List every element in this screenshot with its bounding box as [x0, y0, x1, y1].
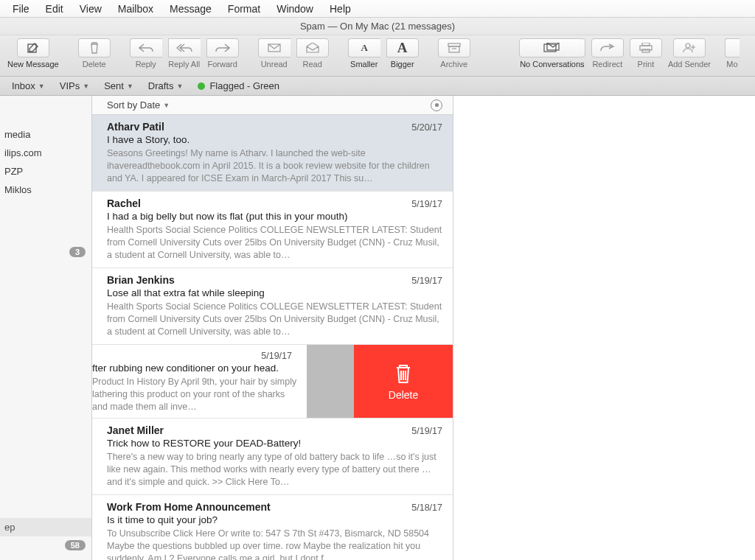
- message-subject: I have a Story, too.: [107, 134, 442, 145]
- message-row[interactable]: Atharv Patil 5/20/17 I have a Story, too…: [92, 115, 453, 192]
- forward-button[interactable]: Forward: [203, 38, 242, 69]
- archive-icon: [438, 38, 470, 57]
- menu-help[interactable]: Help: [321, 3, 359, 15]
- unread-button[interactable]: Unread: [255, 38, 293, 69]
- message-subject: Trick how to RESTORE your DEAD-Battery!: [107, 438, 442, 449]
- print-icon: [630, 38, 662, 57]
- smaller-button[interactable]: A Smaller: [345, 38, 383, 69]
- message-row[interactable]: Work From Home Announcement 5/18/17 Is i…: [92, 495, 453, 560]
- redirect-button[interactable]: Redirect: [588, 38, 627, 69]
- menubar: File Edit View Mailbox Message Format Wi…: [0, 0, 755, 18]
- message-row-content: 5/19/17 fter rubbing new conditioner on …: [92, 345, 307, 418]
- reply-all-label: Reply All: [168, 60, 200, 69]
- toolbar: New Message Delete Reply Reply All Forwa…: [0, 35, 755, 77]
- sidebar-item[interactable]: Miklos: [0, 181, 91, 199]
- fav-sent[interactable]: Sent ▼: [97, 80, 141, 91]
- read-button[interactable]: Read: [293, 38, 332, 69]
- sidebar-drafts-badge-row[interactable]: 3: [0, 243, 91, 261]
- swipe-more-action[interactable]: [307, 345, 354, 418]
- print-button[interactable]: Print: [627, 38, 665, 69]
- message-list: Sort by Date ▼ Atharv Patil 5/20/17 I ha…: [92, 96, 453, 560]
- menu-mailbox[interactable]: Mailbox: [110, 3, 161, 15]
- no-conversations-button[interactable]: No Conversations: [516, 38, 588, 69]
- sidebar-item[interactable]: ilips.com: [0, 144, 91, 162]
- sidebar-item[interactable]: PZP: [0, 162, 91, 181]
- trash-icon: [78, 38, 111, 57]
- fav-drafts[interactable]: Drafts ▼: [141, 80, 191, 91]
- message-subject: fter rubbing new conditioner on your hea…: [92, 363, 299, 374]
- sidebar: media ilips.com PZP Miklos 3 ep 58: [0, 96, 92, 560]
- reply-button[interactable]: Reply: [127, 38, 165, 69]
- forward-label: Forward: [208, 60, 237, 69]
- menu-message[interactable]: Message: [161, 3, 220, 15]
- sort-bar[interactable]: Sort by Date ▼: [92, 96, 453, 115]
- trash-icon: [394, 363, 413, 385]
- redirect-label: Redirect: [592, 60, 622, 69]
- sidebar-item[interactable]: media: [0, 125, 91, 144]
- redirect-icon: [591, 38, 624, 57]
- sort-label: Sort by Date: [107, 99, 160, 111]
- font-bigger-icon: A: [386, 38, 419, 57]
- reply-icon: [130, 38, 162, 57]
- forward-icon: [206, 38, 239, 57]
- menu-window[interactable]: Window: [268, 3, 321, 15]
- delete-button[interactable]: Delete: [75, 38, 114, 69]
- envelope-closed-icon: [258, 38, 290, 57]
- sidebar-item-selected[interactable]: ep: [0, 518, 91, 536]
- read-label: Read: [303, 60, 322, 69]
- message-date: 5/19/17: [261, 351, 292, 361]
- menu-view[interactable]: View: [72, 3, 110, 15]
- svg-rect-9: [642, 49, 650, 52]
- chevron-down-icon: ▼: [127, 83, 133, 90]
- menu-format[interactable]: Format: [220, 3, 268, 15]
- message-date: 5/19/17: [411, 426, 442, 436]
- fav-sent-label: Sent: [104, 80, 124, 91]
- sidebar-item-label: ep: [4, 522, 15, 533]
- archive-label: Archive: [440, 60, 467, 69]
- window-title: Spam — On My Mac (21 messages): [0, 18, 755, 35]
- fav-flagged-green[interactable]: Flagged - Green: [190, 80, 287, 91]
- fav-flagged-green-label: Flagged - Green: [209, 80, 279, 91]
- more-button-cut[interactable]: Mo: [714, 38, 751, 69]
- message-row[interactable]: Brian Jenkins 5/19/17 Lose all that extr…: [92, 268, 453, 345]
- menu-file[interactable]: File: [4, 3, 38, 15]
- print-label: Print: [638, 60, 655, 69]
- favorites-bar: Inbox ▼ VIPs ▼ Sent ▼ Drafts ▼ Flagged -…: [0, 77, 755, 96]
- message-sender: Brian Jenkins: [107, 274, 175, 286]
- bigger-label: Bigger: [391, 60, 414, 69]
- message-sender: Work From Home Announcement: [107, 501, 271, 513]
- main-area: media ilips.com PZP Miklos 3 ep 58 Sort …: [0, 96, 755, 560]
- message-preview: There's a new way to bring nearly any ty…: [107, 451, 442, 488]
- smaller-label: Smaller: [350, 60, 378, 69]
- bigger-button[interactable]: A Bigger: [383, 38, 422, 69]
- message-row[interactable]: Rachel 5/19/17 I had a big belly but now…: [92, 192, 453, 268]
- archive-button[interactable]: Archive: [435, 38, 473, 69]
- message-subject: I had a big belly but now its flat (put …: [107, 211, 442, 222]
- reply-all-button[interactable]: Reply All: [165, 38, 203, 69]
- unread-filter-icon[interactable]: [431, 99, 442, 111]
- more-label: Mo: [726, 60, 737, 69]
- sidebar-item-bottom[interactable]: 58: [0, 536, 91, 554]
- fav-vips-label: VIPs: [60, 80, 80, 91]
- message-date: 5/20/17: [411, 122, 442, 133]
- message-row[interactable]: Janet Miller 5/19/17 Trick how to RESTOR…: [92, 419, 453, 495]
- menu-edit[interactable]: Edit: [38, 3, 72, 15]
- envelope-open-icon: [296, 38, 329, 57]
- message-subject: Is it time to quit your job?: [107, 514, 442, 525]
- chevron-down-icon: ▼: [38, 83, 45, 90]
- fav-inbox[interactable]: Inbox ▼: [4, 80, 52, 91]
- message-date: 5/19/17: [411, 276, 442, 286]
- fav-inbox-label: Inbox: [12, 80, 35, 91]
- new-message-label: New Message: [7, 60, 59, 69]
- swipe-delete-action[interactable]: Delete: [354, 345, 453, 418]
- message-row-swiped[interactable]: 5/19/17 fter rubbing new conditioner on …: [92, 345, 453, 419]
- new-message-button[interactable]: New Message: [4, 38, 62, 69]
- message-sender: Janet Miller: [107, 424, 164, 436]
- message-sender: Atharv Patil: [107, 121, 164, 133]
- reply-all-icon: [168, 38, 201, 57]
- svg-rect-3: [449, 46, 459, 52]
- message-date: 5/18/17: [411, 503, 442, 513]
- chevron-down-icon: ▼: [83, 83, 89, 90]
- fav-vips[interactable]: VIPs ▼: [52, 80, 97, 91]
- add-sender-button[interactable]: Add Sender: [665, 38, 714, 69]
